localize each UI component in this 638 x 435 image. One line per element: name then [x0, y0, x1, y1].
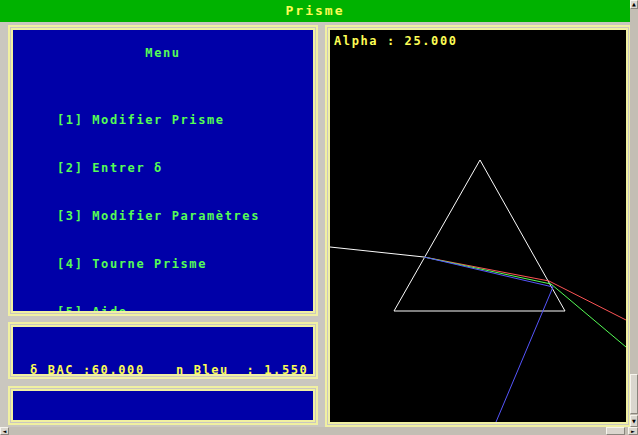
param-n-bleu: n Bleu : 1.550 [176, 362, 308, 376]
incident-ray [330, 247, 424, 257]
optics-canvas-panel: Alpha : 25.000 [325, 25, 631, 427]
menu-item-modifier-prisme[interactable]: [1] Modifier Prisme [57, 112, 313, 128]
scroll-down-button[interactable]: ▼ [630, 415, 638, 427]
window-titlebar: Prisme [0, 0, 630, 22]
green-ray [424, 257, 626, 347]
vertical-scrollbar[interactable]: ▲ ▼ [630, 0, 638, 427]
scroll-right-button[interactable]: ► [628, 427, 638, 435]
prism-triangle [394, 160, 565, 311]
menu-heading: Menu [13, 46, 313, 60]
scroll-right-icon: ► [631, 429, 635, 434]
vertical-scroll-thumb[interactable] [630, 374, 638, 414]
scroll-down-icon: ▼ [632, 419, 636, 424]
scroll-left-button[interactable]: ◄ [0, 427, 9, 435]
menu-panel: Menu [1] Modifier Prisme [2] Entrer δ [3… [8, 25, 318, 316]
prism-parameters-panel: δ BAC :60.000 Lg. AB : 1.000 Lg. AC : 1.… [8, 322, 318, 379]
menu-item-tourne-prisme[interactable]: [4] Tourne Prisme [57, 256, 313, 272]
scroll-up-icon: ▲ [632, 2, 636, 7]
app-window: Prisme Menu [1] Modifier Prisme [2] Entr… [0, 0, 638, 435]
blue-ray [424, 257, 553, 422]
window-title: Prisme [286, 3, 345, 18]
param-angle-bac: δ BAC :60.000 [30, 362, 145, 376]
horizontal-scrollbar[interactable]: ◄ ► [0, 427, 638, 435]
scroll-left-icon: ◄ [3, 429, 7, 434]
menu-list: [1] Modifier Prisme [2] Entrer δ [3] Mod… [57, 80, 313, 313]
horizontal-scroll-thumb[interactable] [606, 427, 625, 435]
menu-item-entrer-delta[interactable]: [2] Entrer δ [57, 160, 313, 176]
optics-canvas [330, 30, 626, 422]
scroll-up-button[interactable]: ▲ [630, 0, 638, 9]
menu-item-modifier-parametres[interactable]: [3] Modifier Paramètres [57, 208, 313, 224]
menu-item-aide[interactable]: [5] Aide [57, 304, 313, 313]
ray-parameters-panel: h : 0.000 ne : 1.000 ó :175.00 õ : 0.000 [8, 386, 318, 425]
